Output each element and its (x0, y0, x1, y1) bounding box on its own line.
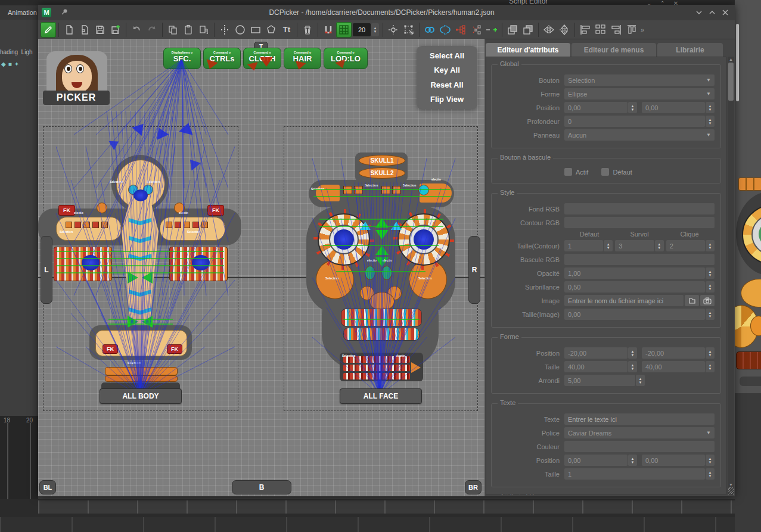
skull1-button[interactable]: SKULL1 (359, 155, 405, 166)
fk-right-button[interactable]: FK (207, 205, 224, 216)
forme-position-y-input[interactable]: -20,00 (642, 347, 705, 359)
brow-button[interactable] (343, 186, 352, 194)
bring-front-button[interactable] (505, 22, 520, 38)
arm-button[interactable] (92, 222, 99, 228)
spinner[interactable]: ▲▼ (706, 468, 715, 480)
bouton-dropdown[interactable]: Selection▼ (564, 74, 715, 86)
jaw-arrow-button[interactable] (411, 362, 421, 373)
grid-size-arrows[interactable]: ▲▼ (371, 23, 379, 36)
taille-image-input[interactable]: 0,00 (564, 309, 705, 320)
spinner[interactable]: ▲▼ (706, 102, 715, 113)
background-timeline[interactable] (38, 500, 761, 514)
grid-size-stepper[interactable]: 20 ▲▼ (353, 23, 379, 36)
delete-button[interactable] (300, 22, 315, 38)
all-body-button[interactable]: ALL BODY (100, 388, 182, 404)
upper-lip-buttons[interactable] (341, 309, 422, 326)
right-eye-dial[interactable] (397, 213, 450, 266)
align-left-button[interactable] (577, 22, 593, 38)
scroll-up-icon[interactable]: ▲ (728, 57, 734, 61)
arm-button[interactable] (101, 222, 108, 228)
grid-size-value[interactable]: 20 (353, 23, 371, 36)
open-file-button[interactable] (77, 22, 92, 38)
ankle-bar-button[interactable] (105, 375, 178, 382)
background-range-slider[interactable] (0, 517, 761, 532)
opacite-input[interactable]: 1,00 (564, 267, 705, 279)
spinner[interactable]: ▲▼ (628, 361, 637, 372)
minimize-icon[interactable] (695, 9, 703, 16)
brow-button[interactable] (392, 186, 401, 194)
paste-button[interactable] (181, 22, 196, 38)
texte-position-y-input[interactable]: 0,00 (642, 455, 705, 466)
rectangle-tool-button[interactable] (248, 22, 263, 38)
texte-input[interactable]: Entrer le texte ici (564, 413, 715, 425)
lower-lip-buttons[interactable] (343, 328, 420, 341)
arrondi-input[interactable]: 5,00 (564, 375, 635, 386)
position-x-input[interactable]: 0,00 (564, 102, 628, 113)
magnet-button[interactable] (321, 22, 336, 38)
connect-button[interactable] (453, 22, 468, 38)
profondeur-input[interactable]: 0 (564, 116, 705, 127)
align-grid-button[interactable] (593, 22, 608, 38)
panel-scrollbar[interactable]: ▲ ▼ (728, 57, 734, 495)
forme-taille-x-input[interactable]: 40,00 (564, 361, 628, 372)
brow-button[interactable] (354, 186, 363, 194)
arm-button[interactable] (184, 222, 190, 228)
send-back-button[interactable] (520, 22, 536, 38)
text-tool-button[interactable]: Tt (279, 22, 294, 38)
fk-left-button[interactable]: FK (58, 205, 75, 216)
taille-contour-clique-input[interactable]: 2 (666, 240, 705, 251)
menu-item-flip-view[interactable]: Flip View (417, 95, 477, 104)
menu-item-key-all[interactable]: Key All (417, 66, 477, 74)
arm-button[interactable] (83, 222, 90, 228)
forme-taille-y-input[interactable]: 40,00 (642, 361, 705, 372)
bascule-rgb-input[interactable] (564, 254, 715, 265)
spinner[interactable]: ▲▼ (655, 240, 664, 251)
spinner[interactable]: ▲▼ (636, 375, 645, 386)
undo-button[interactable] (129, 22, 144, 38)
tab-editeur-attributs[interactable]: Editeur d'attributs (486, 43, 570, 57)
spinner[interactable]: ▲▼ (706, 361, 715, 372)
nose-green-button[interactable] (365, 266, 375, 280)
image-input[interactable]: Entrer le nom du fichier image ici (564, 295, 684, 306)
add-remove-button[interactable] (484, 22, 499, 38)
taille-contour-survol-input[interactable]: 3 (615, 240, 654, 251)
align-right-button[interactable] (608, 22, 624, 38)
eye-pupil-button[interactable] (414, 229, 434, 250)
defaut-checkbox[interactable] (601, 168, 609, 176)
texte-position-x-input[interactable]: 0,00 (564, 455, 628, 466)
tab-editeur-menus[interactable]: Editeur de menus (571, 43, 656, 57)
bottom-view-tab[interactable]: B (232, 480, 291, 494)
menu-item-select-all[interactable]: Select All (417, 51, 477, 60)
link-button[interactable] (422, 22, 437, 38)
align-columns-button[interactable] (624, 22, 639, 38)
actif-checkbox[interactable] (564, 168, 572, 176)
edit-mode-button[interactable] (41, 22, 56, 38)
sfc-button[interactable]: DisplayItems o SFC. (163, 48, 201, 69)
close-icon[interactable] (722, 9, 729, 16)
spinner[interactable]: ▲▼ (628, 102, 637, 113)
skull2-button[interactable]: SKULL2 (359, 167, 405, 179)
fk-left-leg-button[interactable]: FK (102, 344, 118, 354)
distribute-button[interactable] (217, 22, 232, 38)
tab-librairie[interactable]: Librairie (657, 43, 723, 57)
spinner[interactable]: ▲▼ (628, 347, 637, 359)
disconnect-button[interactable] (468, 22, 484, 38)
transform-button[interactable] (401, 22, 417, 38)
spinner[interactable]: ▲▼ (628, 455, 637, 466)
nose-green-button[interactable] (381, 266, 392, 280)
fond-rgb-input[interactable] (564, 203, 715, 214)
new-file-button[interactable] (61, 22, 77, 38)
all-face-button[interactable]: ALL FACE (340, 388, 422, 404)
menu-item-reset-all[interactable]: Reset All (417, 80, 477, 89)
right-shoulder-button[interactable] (160, 217, 225, 241)
position-y-input[interactable]: 0,00 (642, 102, 705, 113)
mirror-vertical-button[interactable] (557, 22, 572, 38)
mirror-horizontal-button[interactable] (541, 22, 557, 38)
left-shoulder-button[interactable] (56, 217, 122, 241)
right-view-tab[interactable]: R (468, 236, 480, 304)
spinner[interactable]: ▲▼ (706, 116, 715, 127)
jaw-button-row[interactable] (343, 365, 410, 371)
arm-button[interactable] (74, 222, 81, 228)
spinner[interactable]: ▲▼ (706, 347, 715, 359)
left-view-tab[interactable]: L (41, 236, 52, 304)
